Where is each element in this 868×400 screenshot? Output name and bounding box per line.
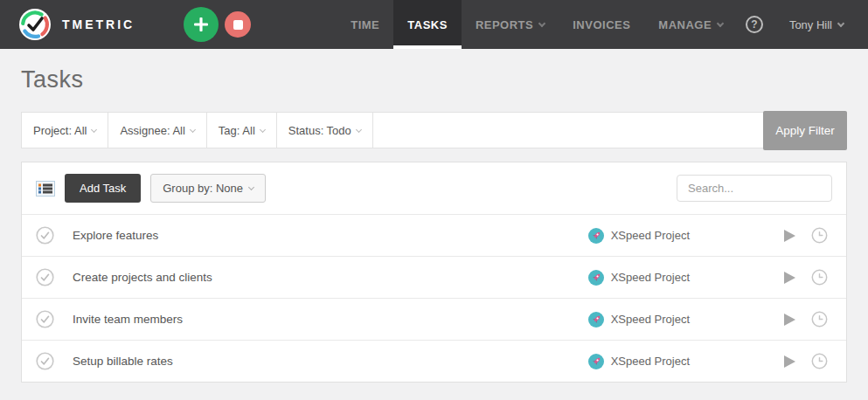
project-rocket-icon bbox=[588, 270, 604, 286]
filter-bar: Project: All Assignee: All Tag: All Stat… bbox=[21, 112, 847, 148]
user-menu[interactable]: Tony Hill bbox=[789, 18, 844, 31]
chevron-down-icon bbox=[356, 126, 362, 132]
project-name: XSpeed Project bbox=[611, 355, 690, 368]
play-timer-icon[interactable] bbox=[784, 355, 795, 368]
filter-label: Assignee: All bbox=[120, 124, 184, 137]
chevron-down-icon bbox=[248, 184, 254, 190]
nav-item-time[interactable]: TIME bbox=[337, 0, 393, 49]
time-entry-icon[interactable] bbox=[811, 227, 828, 244]
nav-item-label: TASKS bbox=[407, 18, 448, 31]
task-name[interactable]: Explore features bbox=[73, 229, 158, 242]
project-rocket-icon bbox=[588, 354, 604, 369]
start-timer-button[interactable] bbox=[184, 7, 219, 42]
stop-icon bbox=[233, 20, 243, 30]
task-name[interactable]: Setup billable rates bbox=[73, 355, 173, 368]
filter-project[interactable]: Project: All bbox=[22, 113, 108, 148]
play-timer-icon[interactable] bbox=[784, 314, 795, 326]
play-timer-icon[interactable] bbox=[784, 230, 795, 242]
nav-item-label: MANAGE bbox=[658, 18, 712, 31]
nav-item-tasks[interactable]: TASKS bbox=[393, 0, 462, 49]
panel-toolbar: Add Task Group by: None bbox=[22, 162, 846, 214]
add-task-button[interactable]: Add Task bbox=[65, 174, 141, 203]
project-tag: XSpeed Project bbox=[588, 270, 690, 286]
nav-item-label: TIME bbox=[351, 18, 379, 31]
complete-task-icon[interactable] bbox=[36, 352, 54, 370]
nav-item-manage[interactable]: MANAGE bbox=[644, 0, 737, 49]
brand-name: TMETRIC bbox=[62, 17, 135, 31]
project-tag: XSpeed Project bbox=[588, 312, 690, 328]
chevron-down-icon bbox=[91, 126, 97, 132]
time-entry-icon[interactable] bbox=[811, 353, 828, 369]
chevron-down-icon bbox=[538, 19, 545, 26]
complete-task-icon[interactable] bbox=[36, 268, 54, 286]
project-name: XSpeed Project bbox=[611, 229, 690, 242]
help-icon[interactable]: ? bbox=[746, 16, 763, 33]
task-row[interactable]: Create projects and clients XSpeed Proje… bbox=[22, 256, 846, 298]
task-name[interactable]: Create projects and clients bbox=[73, 271, 212, 284]
task-panel: Add Task Group by: None Explore features bbox=[21, 162, 847, 383]
chevron-down-icon bbox=[260, 126, 266, 132]
filter-tag[interactable]: Tag: All bbox=[207, 113, 277, 148]
filter-label: Project: All bbox=[33, 124, 87, 137]
plus-icon bbox=[192, 16, 210, 33]
nav-item-label: REPORTS bbox=[476, 18, 533, 31]
time-entry-icon[interactable] bbox=[811, 269, 828, 286]
time-entry-icon[interactable] bbox=[811, 311, 828, 328]
project-name: XSpeed Project bbox=[611, 271, 690, 284]
nav-item-invoices[interactable]: INVOICES bbox=[559, 0, 644, 49]
complete-task-icon[interactable] bbox=[36, 226, 54, 245]
project-tag: XSpeed Project bbox=[588, 354, 690, 369]
task-name[interactable]: Invite team members bbox=[73, 313, 183, 326]
play-timer-icon[interactable] bbox=[784, 272, 795, 284]
page-title: Tasks bbox=[0, 49, 868, 112]
tmetric-logo-icon bbox=[19, 9, 51, 40]
group-by-button[interactable]: Group by: None bbox=[150, 174, 266, 203]
nav-item-label: INVOICES bbox=[573, 18, 630, 31]
chevron-down-icon bbox=[837, 19, 844, 26]
project-tag: XSpeed Project bbox=[588, 228, 690, 244]
timer-controls bbox=[184, 7, 251, 42]
filter-status[interactable]: Status: Todo bbox=[277, 113, 373, 148]
search-input[interactable] bbox=[677, 175, 832, 202]
filter-label: Status: Todo bbox=[288, 124, 351, 137]
brand-logo[interactable]: TMETRIC bbox=[19, 9, 135, 40]
filter-assignee[interactable]: Assignee: All bbox=[108, 113, 206, 148]
filter-label: Tag: All bbox=[219, 124, 255, 137]
main-navigation: TIME TASKS REPORTS INVOICES MANAGE bbox=[337, 0, 737, 49]
top-navbar: TMETRIC TIME TASKS REPORTS INVOICES MANA… bbox=[0, 0, 868, 49]
user-name: Tony Hill bbox=[789, 18, 832, 31]
project-name: XSpeed Project bbox=[611, 313, 690, 326]
apply-filter-button[interactable]: Apply Filter bbox=[763, 111, 847, 150]
group-by-label: Group by: None bbox=[163, 182, 243, 195]
chevron-down-icon bbox=[717, 19, 724, 26]
nav-item-reports[interactable]: REPORTS bbox=[462, 0, 559, 49]
task-row[interactable]: Invite team members XSpeed Project bbox=[22, 298, 846, 340]
help-glyph: ? bbox=[751, 18, 757, 31]
stop-timer-button[interactable] bbox=[225, 11, 251, 38]
project-rocket-icon bbox=[588, 312, 604, 328]
list-view-icon[interactable] bbox=[36, 181, 55, 197]
complete-task-icon[interactable] bbox=[36, 310, 54, 328]
navbar-right: ? Tony Hill bbox=[746, 16, 844, 33]
task-row[interactable]: Setup billable rates XSpeed Project bbox=[22, 340, 846, 382]
project-rocket-icon bbox=[588, 228, 604, 244]
chevron-down-icon bbox=[190, 126, 196, 132]
task-row[interactable]: Explore features XSpeed Project bbox=[22, 214, 846, 256]
